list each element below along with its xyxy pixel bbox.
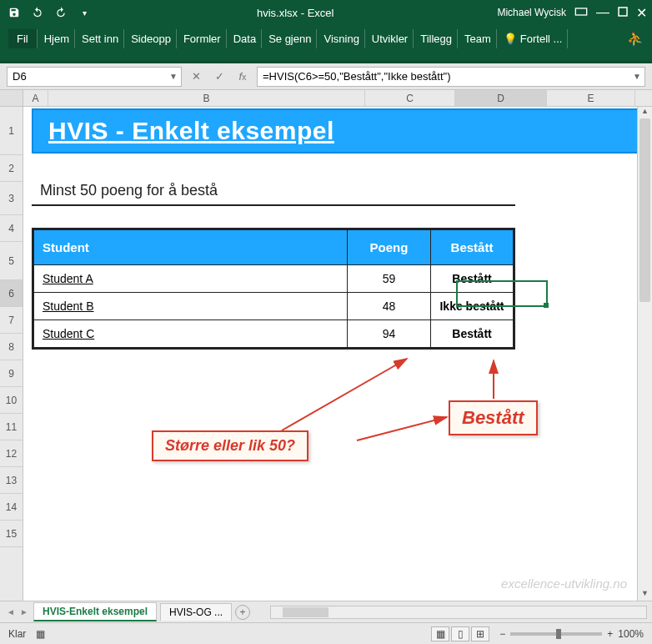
row-header[interactable]: 13 xyxy=(0,467,23,494)
view-normal-icon[interactable]: ▦ xyxy=(431,626,449,641)
tab-data[interactable]: Data xyxy=(228,29,262,48)
close-icon[interactable]: ✕ xyxy=(636,5,647,21)
window-title: hvis.xlsx - Excel xyxy=(93,7,497,19)
row-header[interactable]: 11 xyxy=(0,414,23,440)
sheet-nav[interactable]: ◄ ► xyxy=(5,607,30,616)
row-header[interactable]: 10 xyxy=(0,387,23,414)
cell-poeng[interactable]: 59 xyxy=(348,265,431,293)
tab-view[interactable]: Visning xyxy=(318,29,364,48)
horizontal-scrollbar[interactable] xyxy=(270,606,647,619)
fx-icon[interactable]: fx xyxy=(233,68,252,85)
scroll-up-icon[interactable]: ▲ xyxy=(638,107,652,118)
zoom-control: − + 100% xyxy=(499,628,644,640)
column-headers: A B C D E xyxy=(0,90,652,107)
tab-team[interactable]: Team xyxy=(459,29,497,48)
vertical-scrollbar[interactable]: ▲ ▼ xyxy=(637,107,652,601)
select-all-corner[interactable] xyxy=(0,90,23,106)
row-header[interactable]: 4 xyxy=(0,215,23,242)
scroll-down-icon[interactable]: ▼ xyxy=(638,589,652,601)
col-header-B[interactable]: B xyxy=(48,90,365,106)
cells-area[interactable]: HVIS - Enkelt eksempel Minst 50 poeng fo… xyxy=(23,107,652,601)
cancel-formula-icon[interactable]: ✕ xyxy=(187,68,205,85)
svg-line-2 xyxy=(282,359,407,430)
cell-poeng[interactable]: 48 xyxy=(348,293,431,320)
status-ready: Klar xyxy=(8,628,26,640)
ribbon: Fil Hjem Sett inn Sideopp Formler Data S… xyxy=(0,25,652,63)
undo-icon[interactable] xyxy=(28,3,47,22)
tab-addins[interactable]: Tillegg xyxy=(415,29,458,48)
cell-result[interactable]: Bestått xyxy=(431,265,514,293)
tell-me[interactable]: 💡 Fortell ... xyxy=(499,29,569,48)
tab-insert[interactable]: Sett inn xyxy=(77,29,124,48)
zoom-handle[interactable] xyxy=(556,629,561,639)
row-header[interactable]: 2 xyxy=(0,155,23,182)
tab-review[interactable]: Se gjenn xyxy=(263,29,317,48)
tab-file[interactable]: Fil xyxy=(8,29,38,48)
scrollbar-thumb[interactable] xyxy=(639,118,650,302)
view-pagelayout-icon[interactable]: ▯ xyxy=(451,626,469,641)
zoom-value[interactable]: 100% xyxy=(618,628,644,640)
add-sheet-button[interactable]: + xyxy=(235,605,250,620)
row-header[interactable]: 1 xyxy=(0,107,23,155)
col-header-A[interactable]: A xyxy=(23,90,48,106)
row-header[interactable]: 14 xyxy=(0,494,23,521)
zoom-in-button[interactable]: + xyxy=(607,628,613,640)
cell-result[interactable]: Ikke bestått xyxy=(431,293,514,320)
zoom-slider[interactable] xyxy=(510,632,602,636)
tab-developer[interactable]: Utvikler xyxy=(367,29,414,48)
status-bar: Klar ▦ ▦ ▯ ⊞ − + 100% xyxy=(0,622,652,644)
row-header[interactable]: 6 xyxy=(0,280,23,307)
qat-dropdown-icon[interactable]: ▾ xyxy=(75,3,93,22)
sheet-tab-active[interactable]: HVIS-Enkelt eksempel xyxy=(33,602,157,621)
row-header[interactable]: 8 xyxy=(0,334,23,360)
chevron-down-icon[interactable]: ▼ xyxy=(633,72,641,81)
th-bestatt: Bestått xyxy=(431,229,514,265)
save-icon[interactable] xyxy=(5,3,23,22)
spreadsheet-grid: A B C D E 1 2 3 4 5 6 7 8 9 10 11 12 13 … xyxy=(0,90,652,601)
row-header[interactable]: 15 xyxy=(0,521,23,547)
col-header-D[interactable]: D xyxy=(455,90,547,106)
view-pagebreak-icon[interactable]: ⊞ xyxy=(471,626,489,641)
cell-student[interactable]: Student A xyxy=(33,265,348,293)
tab-formulas[interactable]: Formler xyxy=(178,29,227,48)
sheet-tab[interactable]: HVIS-OG ... xyxy=(160,603,232,621)
page-title: HVIS - Enkelt eksempel xyxy=(32,108,642,153)
data-table: Student Poeng Bestått Student A 59 Bestå… xyxy=(32,228,515,350)
formula-text: =HVIS(C6>=50,"Bestått","Ikke bestått") xyxy=(263,70,450,83)
row-header[interactable]: 3 xyxy=(0,182,23,215)
nav-next-icon[interactable]: ► xyxy=(18,607,30,616)
th-poeng: Poeng xyxy=(348,229,431,265)
tab-home[interactable]: Hjem xyxy=(39,29,75,48)
row-header[interactable]: 7 xyxy=(0,307,23,334)
minimize-icon[interactable]: — xyxy=(596,5,609,20)
macro-record-icon[interactable]: ▦ xyxy=(36,628,45,640)
col-header-C[interactable]: C xyxy=(365,90,455,106)
row-header[interactable]: 12 xyxy=(0,440,23,467)
sheet-tabs: ◄ ► HVIS-Enkelt eksempel HVIS-OG ... + xyxy=(0,601,652,622)
chevron-down-icon[interactable]: ▼ xyxy=(169,72,178,81)
cell-result[interactable]: Bestått xyxy=(431,320,514,349)
maximize-icon[interactable] xyxy=(618,7,628,19)
cell-student[interactable]: Student C xyxy=(33,320,348,349)
accept-formula-icon[interactable]: ✓ xyxy=(210,68,228,85)
row-header[interactable]: 9 xyxy=(0,360,23,387)
nav-prev-icon[interactable]: ◄ xyxy=(5,607,17,616)
user-name[interactable]: Michael Wycisk xyxy=(497,7,566,18)
name-box-value: D6 xyxy=(13,70,27,83)
share-icon[interactable]: ⛹ xyxy=(627,31,644,47)
row-headers: 1 2 3 4 5 6 7 8 9 10 11 12 13 14 15 xyxy=(0,107,23,601)
row-header[interactable]: 5 xyxy=(0,242,23,280)
name-box[interactable]: D6 ▼ xyxy=(7,67,182,87)
col-header-E[interactable]: E xyxy=(547,90,635,106)
watermark: excellence-utvikling.no xyxy=(501,576,627,591)
tab-pagelayout[interactable]: Sideopp xyxy=(126,29,177,48)
scrollbar-thumb[interactable] xyxy=(283,607,329,617)
svg-rect-1 xyxy=(619,8,627,16)
cell-student[interactable]: Student B xyxy=(33,293,348,320)
cell-poeng[interactable]: 94 xyxy=(348,320,431,349)
zoom-out-button[interactable]: − xyxy=(499,628,505,640)
ribbon-options-icon[interactable] xyxy=(574,7,588,19)
svg-line-3 xyxy=(357,417,447,440)
formula-input[interactable]: =HVIS(C6>=50,"Bestått","Ikke bestått") ▼ xyxy=(257,67,645,87)
redo-icon[interactable] xyxy=(52,3,70,22)
